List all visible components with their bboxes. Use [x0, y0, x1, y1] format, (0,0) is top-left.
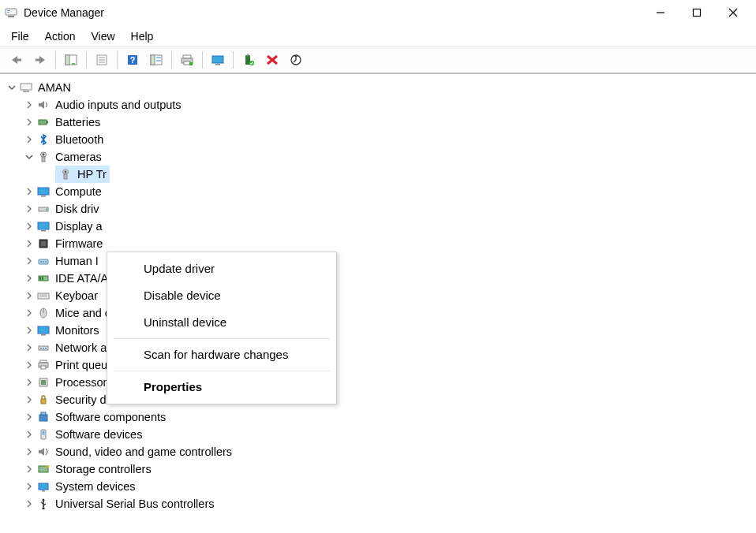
window-controls — [642, 0, 751, 25]
chevron-right-icon[interactable] — [24, 308, 35, 319]
chevron-down-icon[interactable] — [6, 82, 17, 93]
tree-node[interactable]: Cameras — [3, 148, 756, 166]
help-button[interactable]: ? — [122, 50, 144, 70]
toolbar-separator — [86, 51, 87, 69]
svg-rect-23 — [183, 55, 191, 58]
tree-node-label: Compute — [55, 183, 102, 200]
tree-node-label: Storage controllers — [55, 460, 152, 478]
ctx-scan-hardware[interactable]: Scan for hardware changes — [107, 341, 336, 368]
properties-sheet-button[interactable] — [91, 50, 113, 70]
ctx-uninstall-device[interactable]: Uninstall device — [107, 309, 336, 336]
install-device-button[interactable] — [238, 50, 260, 70]
chevron-right-icon[interactable] — [24, 290, 35, 301]
chevron-right-icon[interactable] — [24, 498, 35, 509]
tree-node[interactable]: Universal Serial Bus controllers — [3, 495, 756, 512]
sound-icon — [36, 445, 51, 459]
svg-rect-68 — [40, 348, 42, 349]
monitor-icon — [36, 184, 51, 199]
disk-icon — [36, 202, 51, 216]
ctx-properties[interactable]: Properties — [107, 374, 336, 401]
menu-view[interactable]: View — [83, 28, 122, 45]
chevron-right-icon[interactable] — [24, 255, 35, 266]
tree-node-label: IDE ATA/A — [55, 270, 108, 287]
chevron-right-icon[interactable] — [24, 134, 35, 145]
tree-node[interactable]: Display a — [3, 218, 756, 235]
tree-node-label: Keyboar — [55, 287, 98, 304]
chevron-right-icon[interactable] — [24, 99, 35, 110]
svg-rect-87 — [43, 508, 45, 509]
forward-button[interactable] — [29, 50, 51, 70]
tree-node[interactable]: Software devices — [3, 426, 756, 443]
back-button[interactable] — [6, 50, 28, 70]
tree-node[interactable]: Storage controllers — [3, 460, 756, 478]
minimize-button[interactable] — [642, 0, 679, 25]
tree-node[interactable]: Sound, video and game controllers — [3, 443, 756, 460]
selected-node[interactable]: HP Tr — [55, 166, 110, 183]
chevron-right-icon[interactable] — [24, 360, 35, 371]
chevron-right-icon[interactable] — [24, 203, 35, 214]
ctx-update-driver[interactable]: Update driver — [107, 255, 336, 282]
menu-action[interactable]: Action — [37, 28, 84, 45]
tree-node[interactable]: Audio inputs and outputs — [3, 96, 756, 114]
cpu-icon — [36, 375, 51, 390]
tree-node-label: Sound, video and game controllers — [55, 443, 232, 460]
svg-rect-59 — [42, 277, 43, 280]
chevron-right-icon[interactable] — [24, 273, 35, 284]
svg-rect-77 — [39, 415, 47, 421]
action-center-button[interactable] — [145, 50, 167, 70]
tree-node[interactable]: Firmware — [3, 235, 756, 252]
softdev-icon — [36, 427, 51, 442]
menu-help[interactable]: Help — [123, 28, 162, 45]
tree-node-label: Universal Serial Bus controllers — [55, 495, 214, 512]
chevron-right-icon[interactable] — [24, 377, 35, 388]
tree-node-label: Software components — [55, 408, 166, 426]
tree-node[interactable]: Bluetooth — [3, 131, 756, 148]
svg-point-86 — [43, 499, 45, 501]
tree-root-node[interactable]: AMAN — [3, 79, 756, 96]
svg-rect-27 — [212, 56, 223, 63]
chevron-right-icon[interactable] — [24, 429, 35, 440]
svg-rect-69 — [43, 348, 44, 349]
chevron-right-icon[interactable] — [24, 394, 35, 405]
tree-node[interactable]: Compute — [3, 183, 756, 200]
tree-node[interactable]: Software components — [3, 408, 756, 426]
chevron-right-icon[interactable] — [24, 117, 35, 128]
close-button[interactable] — [715, 0, 751, 25]
svg-rect-3 — [7, 12, 9, 13]
chevron-right-icon[interactable] — [24, 186, 35, 197]
svg-rect-75 — [41, 380, 46, 385]
tree-root-label: AMAN — [38, 79, 71, 96]
ctx-disable-device[interactable]: Disable device — [107, 282, 336, 309]
chevron-right-icon[interactable] — [24, 481, 35, 492]
maximize-button[interactable] — [679, 0, 715, 25]
print-button[interactable] — [176, 50, 198, 70]
tree-node[interactable]: System devices — [3, 478, 756, 495]
svg-text:?: ? — [130, 55, 136, 65]
tree-node[interactable]: Disk driv — [3, 200, 756, 218]
usb-icon — [36, 497, 51, 511]
chevron-right-icon[interactable] — [24, 446, 35, 457]
svg-rect-84 — [42, 490, 45, 492]
display-button[interactable] — [207, 50, 229, 70]
tree-node-label: HP Tr — [77, 166, 107, 183]
tree-node[interactable]: HP Tr — [3, 166, 756, 183]
svg-rect-21 — [156, 57, 161, 58]
softcomp-icon — [36, 410, 51, 424]
chevron-right-icon[interactable] — [24, 325, 35, 336]
chevron-right-icon[interactable] — [24, 238, 35, 249]
chevron-right-icon[interactable] — [24, 464, 35, 475]
console-tree-button[interactable] — [60, 50, 82, 70]
tree-node-label: Bluetooth — [55, 131, 103, 148]
scan-hardware-button[interactable] — [285, 50, 307, 70]
chevron-right-icon[interactable] — [24, 412, 35, 423]
svg-point-40 — [43, 154, 45, 156]
tree-node-label: Batteries — [55, 114, 100, 131]
svg-point-55 — [43, 261, 44, 263]
menu-file[interactable]: File — [3, 28, 37, 45]
chevron-right-icon[interactable] — [24, 221, 35, 232]
device-tree[interactable]: AMAN Audio inputs and outputsBatteriesBl… — [0, 74, 756, 517]
uninstall-device-button[interactable] — [261, 50, 283, 70]
tree-node[interactable]: Batteries — [3, 114, 756, 131]
chevron-down-icon[interactable] — [24, 151, 35, 162]
chevron-right-icon[interactable] — [24, 342, 35, 353]
